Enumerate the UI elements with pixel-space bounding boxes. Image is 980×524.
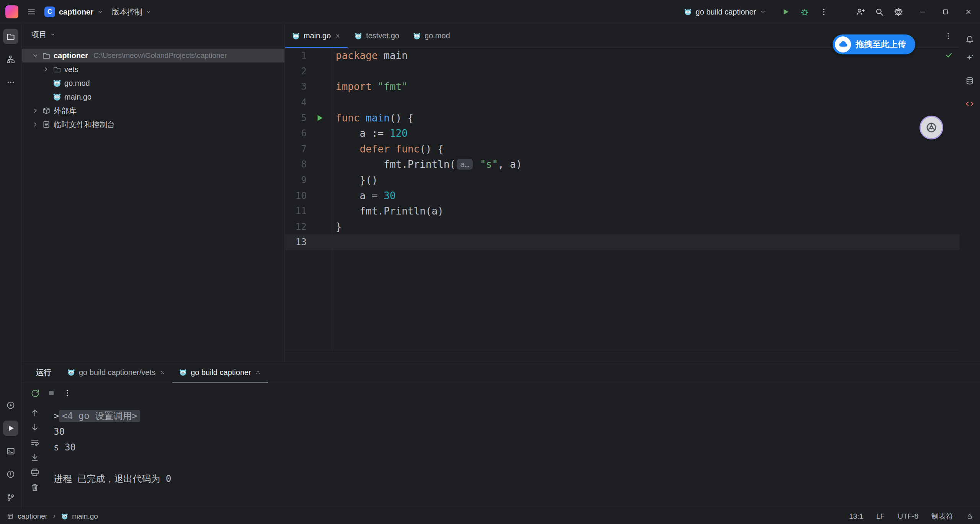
editor-tab-label: go.mod [425, 31, 450, 40]
code-token: } [336, 221, 342, 233]
maximize-icon [942, 8, 949, 16]
lib-icon [42, 106, 51, 115]
code-token: func [336, 112, 360, 124]
run-tool-button[interactable] [3, 421, 18, 436]
caret-position[interactable]: 13:1 [849, 512, 863, 521]
code-token [360, 112, 366, 124]
gutter: 9 [285, 175, 332, 185]
services-tool-button[interactable] [3, 398, 18, 413]
go-icon [684, 8, 692, 16]
line-separator[interactable]: LF [876, 512, 885, 521]
close-button[interactable] [960, 3, 977, 20]
ai-assistant-button[interactable] [962, 50, 977, 66]
file-encoding[interactable]: UTF-8 [898, 512, 918, 521]
tab-options-icon[interactable] [944, 32, 952, 40]
floating-assistant-widget[interactable] [921, 117, 942, 138]
console-line: s 30 [54, 440, 980, 455]
code-with-me-icon[interactable] [856, 7, 865, 16]
line-number: 9 [301, 175, 307, 185]
rerun-icon[interactable] [31, 388, 40, 398]
code-line: 10 a = 30 [285, 188, 959, 203]
close-tab-icon[interactable] [255, 369, 261, 375]
chevron-right-icon[interactable] [42, 66, 50, 73]
lock-icon[interactable] [966, 513, 973, 520]
chevron-right-icon[interactable] [31, 121, 39, 128]
soft-wrap-icon[interactable] [30, 437, 40, 447]
stop-icon[interactable] [47, 388, 56, 398]
minimize-button[interactable] [914, 3, 931, 20]
clear-console-icon[interactable] [30, 482, 40, 492]
scroll-to-end-icon[interactable] [30, 452, 40, 462]
editor-tab-label: testvet.go [366, 31, 399, 40]
right-tool-stripe [959, 24, 980, 362]
project-panel-header[interactable]: 项目 [22, 24, 284, 45]
gutter: 2 [285, 66, 332, 77]
run-tab-go-build-captioner[interactable]: go build captioner [172, 362, 268, 383]
terminal-tool-button[interactable] [3, 444, 18, 459]
vcs-widget[interactable]: 版本控制 [112, 7, 152, 17]
editor-tab-go-mod[interactable]: go.mod [406, 24, 457, 47]
database-button[interactable] [962, 73, 977, 88]
tree-item-main-go[interactable]: main.go [22, 90, 284, 104]
line-number: 7 [301, 144, 307, 154]
problems-icon [6, 470, 15, 479]
breadcrumb-file[interactable]: main.go [72, 512, 98, 521]
gutter: 5 [285, 113, 332, 123]
main-menu-icon[interactable] [27, 7, 36, 16]
breadcrumb-project[interactable]: captioner [18, 512, 47, 521]
inspection-ok-icon[interactable] [945, 51, 953, 59]
drag-upload-overlay[interactable]: 拖拽至此上传 [833, 34, 915, 54]
code-editor[interactable]: 1package main23import "fmt"45func main()… [285, 48, 959, 352]
code-lines: 1package main23import "fmt"45func main()… [285, 48, 959, 250]
tree-item-scratches[interactable]: 临时文件和控制台 [22, 118, 284, 131]
tree-item-external-libraries[interactable]: 外部库 [22, 104, 284, 118]
endpoints-button[interactable] [962, 96, 977, 111]
run-line-icon[interactable] [315, 113, 324, 123]
print-icon[interactable] [30, 467, 40, 477]
run-button[interactable] [781, 7, 790, 16]
console-line: 进程 已完成，退出代码为 0 [54, 471, 980, 487]
chevron-down-icon[interactable] [31, 52, 39, 59]
close-tab-icon[interactable] [335, 33, 341, 39]
code-token: a = [336, 190, 384, 201]
editor-tab-main-go[interactable]: main.go [285, 24, 348, 47]
settings-icon[interactable] [894, 7, 903, 16]
more-tool-windows-button[interactable] [3, 75, 18, 90]
chevron-down-icon [50, 31, 56, 38]
gutter: 11 [285, 206, 332, 216]
search-icon[interactable] [875, 7, 884, 16]
code-token: () { [390, 112, 414, 124]
folder-icon [6, 32, 15, 41]
structure-tool-button[interactable] [3, 52, 18, 67]
debug-button[interactable] [800, 7, 809, 16]
maximize-button[interactable] [937, 3, 954, 20]
chevron-right-icon[interactable] [31, 107, 39, 115]
run-config-widget[interactable]: go build captioner [684, 8, 766, 16]
run-tab-go-build-captioner-vets[interactable]: go build captioner/vets [60, 362, 172, 383]
cloud-upload-icon [838, 39, 848, 49]
editor-tab-testvet-go[interactable]: testvet.go [348, 24, 406, 47]
prev-occurrence-icon[interactable] [30, 408, 40, 418]
code-token: main [366, 112, 390, 124]
breadcrumb[interactable]: captioner main.go [7, 512, 98, 521]
project-widget[interactable]: C captioner [44, 7, 103, 17]
tree-item-go-mod[interactable]: go.mod [22, 76, 284, 90]
run-tab-label: go build captioner/vets [79, 368, 155, 377]
tree-item-captioner-root[interactable]: captionerC:\Users\meow\GolandProjects\ca… [22, 49, 284, 62]
close-tab-icon[interactable] [159, 369, 165, 375]
problems-tool-button[interactable] [3, 467, 18, 482]
run-options-icon[interactable] [63, 388, 72, 398]
more-actions-icon[interactable] [819, 7, 828, 16]
console-output[interactable]: ><4 go 设置调用>30s 30进程 已完成，退出代码为 0 [47, 403, 980, 508]
next-occurrence-icon[interactable] [30, 422, 40, 432]
git-tool-button[interactable] [3, 490, 18, 505]
notifications-button[interactable] [962, 32, 977, 47]
line-number: 5 [301, 113, 307, 123]
tree-item-vets[interactable]: vets [22, 62, 284, 76]
title-bar: C captioner 版本控制 go build captioner [0, 0, 980, 24]
project-tool-button[interactable] [3, 29, 18, 44]
code-line: 7 defer func() { [285, 141, 959, 157]
indent-style[interactable]: 制表符 [931, 511, 953, 521]
tree-item-label: vets [64, 65, 78, 74]
wheel-icon [925, 121, 938, 134]
